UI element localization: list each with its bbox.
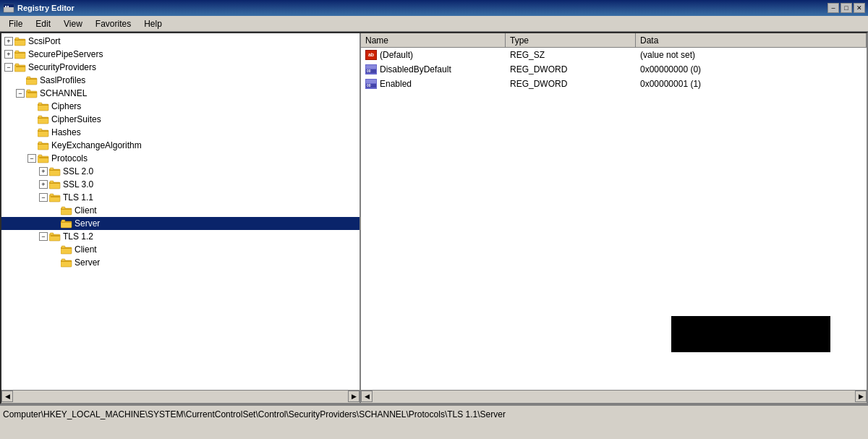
status-bar: Computer\HKEY_LOCAL_MACHINE\SYSTEM\Curre… xyxy=(0,404,868,422)
svg-rect-42 xyxy=(51,196,60,197)
expand-btn-tls11[interactable]: − xyxy=(39,193,48,202)
svg-text:00: 00 xyxy=(367,83,371,88)
tree-label-schannel: SCHANNEL xyxy=(40,88,87,98)
svg-rect-50 xyxy=(50,233,54,235)
title-bar: Registry Editor – □ ✕ xyxy=(0,0,868,16)
table-row[interactable]: 00 EnabledREG_DWORD0x00000001 (1) xyxy=(361,77,867,91)
folder-icon-server12 xyxy=(61,257,72,268)
tree-item-client[interactable]: Client xyxy=(1,204,359,217)
tree-label-securepipeservers: SecurePipeServers xyxy=(28,49,103,59)
svg-rect-41 xyxy=(50,194,54,196)
svg-rect-18 xyxy=(27,92,37,93)
tree-item-tls12[interactable]: − TLS 1.2 xyxy=(1,230,359,243)
right-hscroll-left[interactable]: ◀ xyxy=(361,391,373,402)
td-data: (value not set) xyxy=(636,48,867,61)
title-bar-left: Registry Editor xyxy=(3,2,75,14)
menu-view[interactable]: View xyxy=(58,17,88,30)
svg-rect-36 xyxy=(50,168,54,170)
maximize-button[interactable]: □ xyxy=(841,3,852,13)
tree-item-scsiport[interactable]: + ScsiPort xyxy=(1,35,359,48)
folder-icon-ssl20 xyxy=(49,166,61,176)
folder-icon-tls11 xyxy=(49,192,61,203)
folder-icon-keyexchange xyxy=(38,140,49,150)
reg-dword-icon: 00 xyxy=(365,79,377,89)
svg-rect-12 xyxy=(16,66,25,67)
app-icon xyxy=(3,2,14,14)
tree-label-hashes: Hashes xyxy=(51,127,81,137)
tree-label-client12: Client xyxy=(75,244,97,255)
title-text: Registry Editor xyxy=(17,4,75,12)
minimize-button[interactable]: – xyxy=(827,3,839,13)
table-row[interactable]: 00 DisabledByDefaultREG_DWORD0x00000000 … xyxy=(361,62,867,77)
tree-hscroll[interactable]: ◀ ▶ xyxy=(1,390,359,403)
folder-icon-protocols xyxy=(38,153,49,163)
table-row[interactable]: ab(Default)REG_SZ(value not set) xyxy=(361,48,867,62)
right-hscroll-track xyxy=(373,391,855,403)
menu-help[interactable]: Help xyxy=(138,17,168,30)
svg-text:00: 00 xyxy=(367,69,371,73)
tree-label-securityproviders: SecurityProviders xyxy=(28,62,96,72)
tree-item-securityproviders[interactable]: − SecurityProviders xyxy=(1,61,359,74)
tree-item-schannel[interactable]: − SCHANNEL xyxy=(1,87,359,100)
folder-icon-server xyxy=(61,218,72,229)
svg-rect-27 xyxy=(38,129,42,131)
menu-edit[interactable]: Edit xyxy=(30,17,56,30)
expand-btn-schannel[interactable]: − xyxy=(16,89,25,98)
svg-rect-6 xyxy=(15,38,19,40)
td-type: REG_SZ xyxy=(506,48,636,61)
col-header-data: Data xyxy=(636,33,867,47)
hscroll-left-btn[interactable]: ◀ xyxy=(1,391,13,402)
tree-label-protocols: Protocols xyxy=(51,153,88,163)
tree-item-server[interactable]: Server xyxy=(1,217,359,230)
expand-btn-securityproviders[interactable]: − xyxy=(4,63,13,72)
folder-icon-schannel xyxy=(26,88,38,98)
expand-btn-protocols[interactable]: − xyxy=(27,154,36,163)
close-button[interactable]: ✕ xyxy=(854,3,865,13)
tree-item-ssl20[interactable]: + SSL 2.0 xyxy=(1,165,359,178)
svg-rect-51 xyxy=(51,235,60,236)
table-header: Name Type Data xyxy=(361,33,867,48)
tree-item-client12[interactable]: Client xyxy=(1,243,359,256)
expand-btn-scsiport[interactable]: + xyxy=(4,37,13,46)
expand-btn-securepipeservers[interactable]: + xyxy=(4,50,13,59)
svg-rect-45 xyxy=(61,207,65,209)
svg-rect-30 xyxy=(38,142,42,144)
expand-btn-ssl30[interactable]: + xyxy=(39,180,48,189)
tree-scroll[interactable]: + ScsiPort+ SecurePipeServers− SecurityP… xyxy=(1,33,359,390)
title-controls: – □ ✕ xyxy=(827,3,865,13)
expand-btn-ssl20[interactable]: + xyxy=(39,167,48,176)
td-name: 00 Enabled xyxy=(361,77,506,90)
tree-item-tls11[interactable]: − TLS 1.1 xyxy=(1,191,359,204)
svg-rect-3 xyxy=(7,6,9,7)
tree-label-ssl20: SSL 2.0 xyxy=(63,166,93,176)
right-hscroll-right[interactable]: ▶ xyxy=(855,391,867,402)
tree-item-securepipeservers[interactable]: + SecurePipeServers xyxy=(1,48,359,61)
tree-label-ssl30: SSL 3.0 xyxy=(63,179,93,189)
expand-btn-tls12[interactable]: − xyxy=(39,232,48,241)
menu-favorites[interactable]: Favorites xyxy=(90,17,137,30)
td-name: 00 DisabledByDefault xyxy=(361,62,506,76)
svg-rect-2 xyxy=(5,6,7,7)
tree-item-ssl30[interactable]: + SSL 3.0 xyxy=(1,178,359,191)
tree-item-saslprofiles[interactable]: SaslProfiles xyxy=(1,74,359,87)
svg-rect-24 xyxy=(38,116,42,118)
svg-rect-39 xyxy=(50,181,54,183)
svg-rect-54 xyxy=(61,246,65,248)
right-hscroll[interactable]: ◀ ▶ xyxy=(361,390,867,403)
tree-item-protocols[interactable]: − Protocols xyxy=(1,152,359,165)
svg-rect-21 xyxy=(38,103,42,105)
folder-icon-ssl30 xyxy=(49,179,61,189)
tree-item-ciphers[interactable]: Ciphers xyxy=(1,100,359,113)
tree-item-ciphersuites[interactable]: CipherSuites xyxy=(1,113,359,126)
hscroll-right-btn[interactable]: ▶ xyxy=(348,391,359,402)
col-header-type: Type xyxy=(506,33,636,47)
tree-item-hashes[interactable]: Hashes xyxy=(1,126,359,139)
tree-item-server12[interactable]: Server xyxy=(1,256,359,269)
td-type: REG_DWORD xyxy=(506,62,636,76)
menu-bar: File Edit View Favorites Help xyxy=(0,16,868,32)
tree-label-ciphers: Ciphers xyxy=(51,101,81,111)
td-data: 0x00000001 (1) xyxy=(636,77,867,90)
tree-label-saslprofiles: SaslProfiles xyxy=(40,75,85,85)
tree-item-keyexchange[interactable]: KeyExchangeAlgorithm xyxy=(1,139,359,152)
menu-file[interactable]: File xyxy=(3,17,28,30)
